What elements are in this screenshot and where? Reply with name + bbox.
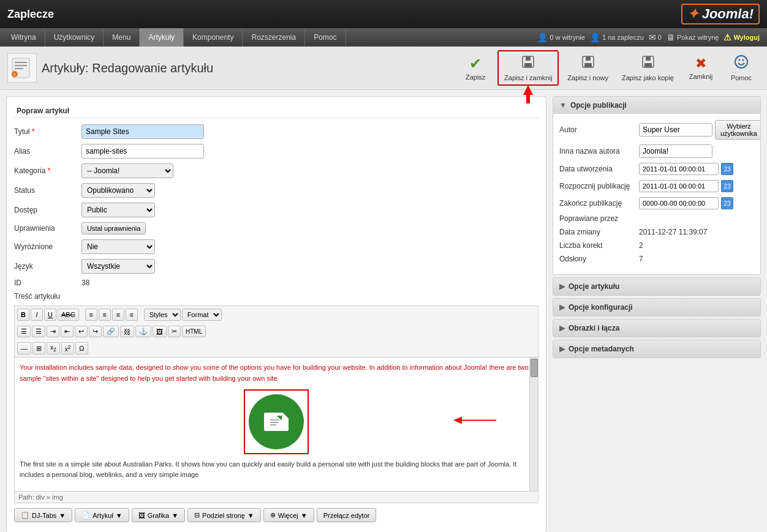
cleanup-button[interactable]: ✂	[168, 326, 181, 337]
access-select[interactable]: Public	[81, 203, 155, 217]
help-button[interactable]: Pomoc	[723, 52, 760, 84]
outdent-button[interactable]: ⇤	[61, 326, 74, 337]
article-btn-icon: 📄	[81, 511, 90, 519]
end-pub-input[interactable]	[639, 197, 719, 209]
metadata-options-header[interactable]: ▶ Opcje metadanych	[553, 340, 760, 358]
nav-item-uzytkownicy[interactable]: Użytkownicy	[45, 28, 104, 47]
permissions-button[interactable]: Ustal uprawnienia	[81, 222, 146, 234]
dj-tabs-chevron: ▼	[59, 512, 66, 519]
underline-button[interactable]: U	[44, 309, 56, 321]
logout-btn[interactable]: ⚠ Wyloguj	[724, 32, 760, 42]
przelacz-button[interactable]: Przełącz edytor	[317, 508, 377, 522]
save-copy-icon	[641, 54, 656, 73]
publication-options-header[interactable]: ▼ Opcje publikacji	[553, 97, 760, 114]
anchor-button[interactable]: ⚓	[135, 326, 151, 337]
save-close-button[interactable]: Zapisz i zamknij	[499, 52, 557, 84]
view-site-btn[interactable]: 🖥 Pokaż witrynę	[667, 32, 719, 42]
created-input[interactable]	[639, 163, 719, 175]
html-button[interactable]: HTML	[182, 326, 206, 337]
styles-select[interactable]: Styles	[144, 309, 181, 321]
choose-user-button[interactable]: Wybierz użytkownika	[715, 120, 761, 140]
start-pub-input[interactable]	[639, 180, 719, 192]
nav-item-pomoc[interactable]: Pomoc	[305, 28, 346, 47]
sup-button[interactable]: x2	[61, 342, 75, 354]
grafika-button[interactable]: 🖼 Grafika ▼	[132, 508, 185, 522]
align-justify-button[interactable]: ≡	[126, 309, 138, 321]
format-select[interactable]: Format	[182, 309, 222, 321]
nav-item-rozszerzenia[interactable]: Rozszerzenia	[243, 28, 305, 47]
save-button[interactable]: ✔ Zapisz	[457, 53, 494, 83]
start-pub-cal-button[interactable]: 23	[721, 180, 733, 192]
editor-area[interactable]: Your installation includes sample data, …	[14, 357, 538, 492]
title-input[interactable]	[81, 124, 204, 139]
green-circle-image	[249, 394, 304, 449]
undo-button[interactable]: ↩	[75, 326, 88, 337]
italic-button[interactable]: I	[31, 309, 43, 321]
wiecej-button[interactable]: ⊕ Więcej ▼	[263, 508, 314, 522]
link-button[interactable]: 🔗	[103, 326, 119, 337]
align-center-button[interactable]: ≡	[99, 309, 111, 321]
category-input-wrap: -- Joomla!	[81, 163, 538, 178]
featured-select[interactable]: Nie	[81, 239, 155, 254]
online-users: 👤 0 w witrynie	[537, 32, 584, 42]
editor-scrollbar[interactable]	[529, 358, 538, 491]
nav-item-witryna[interactable]: Witryna	[2, 28, 45, 47]
unlink-button[interactable]: ⛓	[120, 326, 134, 337]
nav-item-artykuly[interactable]: Artykuły	[140, 28, 184, 47]
align-left-button[interactable]: ≡	[85, 309, 97, 321]
bold-button[interactable]: B	[17, 309, 29, 321]
list-ol-button[interactable]: ☰	[32, 326, 45, 337]
pub-options-arrow: ▼	[559, 101, 567, 110]
nav-item-menu[interactable]: Menu	[104, 28, 140, 47]
podziel-button[interactable]: ⊟ Podziel stronę ▼	[187, 508, 261, 522]
save-copy-button[interactable]: Zapisz jako kopię	[617, 52, 679, 84]
author-input[interactable]	[639, 123, 712, 137]
access-label: Dostęp	[14, 206, 81, 214]
cancel-button[interactable]: ✖ Zamknij	[682, 53, 719, 83]
redo-button[interactable]: ↪	[89, 326, 102, 337]
category-row: Kategoria -- Joomla!	[14, 163, 538, 178]
strikethrough-button[interactable]: ABC	[58, 309, 79, 321]
special-char-button[interactable]: Ω	[75, 342, 88, 354]
dj-tabs-button[interactable]: 📋 DJ-Tabs ▼	[14, 508, 72, 522]
left-panel: Popraw artykuł Tytuł Alias Kategoria -- …	[6, 96, 546, 532]
access-row: Dostęp Public	[14, 203, 538, 217]
align-right-button[interactable]: ≡	[112, 309, 124, 321]
other-author-input-wrap	[639, 144, 754, 158]
permissions-input-wrap: Ustal uprawnienia	[81, 222, 538, 234]
alias-row: Alias	[14, 144, 538, 159]
hr-button[interactable]: —	[17, 342, 31, 354]
featured-input-wrap: Nie	[81, 239, 538, 254]
metadata-options: ▶ Opcje metadanych	[553, 340, 761, 358]
author-row: Autor Wybierz użytkownika	[559, 120, 754, 140]
editor-scrollbar-thumb[interactable]	[531, 359, 538, 377]
alias-input[interactable]	[81, 144, 204, 159]
other-author-input[interactable]	[639, 144, 712, 158]
images-links-header[interactable]: ▶ Obrazki i łącza	[553, 320, 760, 337]
svg-rect-15	[646, 56, 651, 61]
section-title: Popraw artykuł	[14, 104, 538, 118]
modified-label: Data zmiany	[559, 228, 639, 236]
list-ul-button[interactable]: ☰	[17, 326, 31, 337]
other-author-row: Inna nazwa autora	[559, 144, 754, 158]
sub-button[interactable]: x2	[47, 342, 60, 354]
category-label: Kategoria	[14, 167, 81, 175]
nav-item-komponenty[interactable]: Komponenty	[184, 28, 243, 47]
config-options-header[interactable]: ▶ Opcje konfiguracji	[553, 299, 760, 316]
title-label: Tytuł	[14, 127, 81, 136]
article-options-header[interactable]: ▶ Opcje artykułu	[553, 278, 760, 295]
image-button[interactable]: 🖼	[153, 326, 167, 337]
end-pub-cal-button[interactable]: 23	[721, 197, 733, 209]
language-select[interactable]: Wszystkie	[81, 259, 155, 274]
article-btn[interactable]: 📄 Artykuł ▼	[75, 508, 129, 522]
indent-button[interactable]: ⇥	[47, 326, 59, 337]
nav-bar: Witryna Użytkownicy Menu Artykuły Kompon…	[0, 28, 767, 47]
table-button[interactable]: ⊞	[32, 342, 45, 354]
status-select[interactable]: Opublikowano	[81, 183, 155, 198]
other-author-label: Inna nazwa autora	[559, 147, 639, 155]
created-cal-button[interactable]: 23	[721, 163, 733, 175]
help-icon	[734, 54, 749, 73]
revisions-row: Liczba korekt 2	[559, 241, 754, 250]
category-select[interactable]: -- Joomla!	[81, 163, 173, 178]
save-new-button[interactable]: Zapisz i nowy	[562, 52, 613, 84]
